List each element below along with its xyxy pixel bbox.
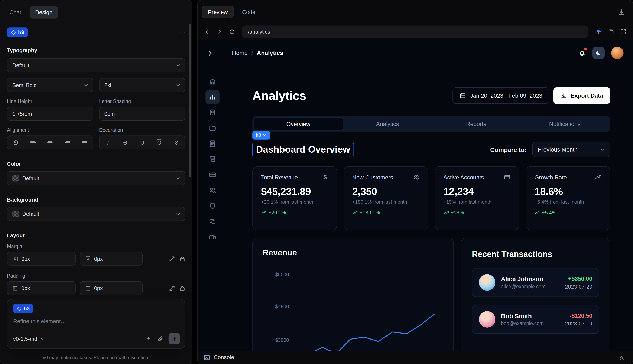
tab-design[interactable]: Design [30,6,58,18]
font-size-select[interactable]: 2xl [99,78,185,92]
align-right-button[interactable] [59,136,76,149]
font-size-value: 2xl [104,82,111,88]
user-avatar[interactable] [611,47,624,59]
stat-value: 12,234 [443,186,511,198]
italic-button[interactable]: I [100,136,117,149]
revenue-line-path [308,314,434,350]
disclaimer-text: v0 may make mistakes. Please use with di… [1,355,192,360]
margin-expand-button[interactable] [169,256,175,262]
line-height-input[interactable]: 1.75rem [7,107,93,121]
panel-scrollbar[interactable] [189,24,191,177]
selection-chip[interactable]: h3 [252,131,270,139]
sidebar-item-users[interactable] [205,184,220,198]
export-data-button[interactable]: Export Data [553,88,610,104]
revenue-card: Revenue $6000 $4500 $3000 [252,238,454,350]
url-text: /analytics [248,28,270,35]
strikethrough-button[interactable]: S [117,136,134,149]
decoration-group: I S U O Ø [99,136,185,150]
compare-select[interactable]: Previous Month [532,142,610,157]
console-bar[interactable]: Console [198,350,632,364]
tab-notifications[interactable]: Notifications [520,118,609,131]
tab-chat[interactable]: Chat [7,6,24,18]
sidebar-item-invoices[interactable] [205,152,220,166]
url-bar[interactable]: /analytics [242,26,588,38]
diamond-icon [11,30,16,35]
font-weight-select[interactable]: Semi Bold [7,78,93,92]
align-center-button[interactable] [42,136,59,149]
breadcrumb-home[interactable]: Home [232,50,248,56]
tab-reports[interactable]: Reports [432,118,520,131]
padding-x-input[interactable]: 0px [7,281,76,295]
forward-button[interactable] [214,26,225,37]
sidebar-toggle-button[interactable] [207,50,214,56]
attach-file-button[interactable] [157,336,164,342]
date-range-value: Jan 20, 2023 - Feb 09, 2023 [470,92,542,99]
send-button[interactable] [169,333,180,344]
background-select[interactable]: Default [7,207,185,221]
sidebar-item-home[interactable] [205,74,220,88]
prompt-card: h3 Refine this element… v0-1.5-md [7,299,185,349]
dashboard-overview-heading[interactable]: Dashboard Overview [252,142,354,156]
selected-element-chip[interactable]: h3 [7,28,28,37]
padding-expand-button[interactable] [169,285,175,291]
padding-y-input[interactable]: 0px [80,281,143,295]
color-select[interactable]: Default [7,171,185,185]
align-left-button[interactable] [25,136,42,149]
theme-toggle-button[interactable] [592,47,605,59]
model-select[interactable]: v0-1.5-md [13,336,45,342]
margin-lock-button[interactable] [179,256,185,262]
tab-code[interactable]: Code [242,9,255,15]
sidebar-item-security[interactable] [205,199,220,213]
transactions-list: Alice Johnson alice@example.com +$350.00… [472,268,599,334]
sidebar-item-messages[interactable] [205,215,220,229]
notifications-button[interactable] [578,49,586,56]
margin-x-input[interactable]: 0px [7,252,76,266]
more-options-button[interactable] [179,28,185,36]
undo-button[interactable] [8,136,25,149]
margin-y-input[interactable]: 0px [80,252,143,266]
download-button[interactable] [616,6,627,17]
fullscreen-button[interactable] [618,26,628,37]
copy-frame-button[interactable] [605,26,616,37]
prompt-input[interactable]: Refine this element… [13,318,179,324]
align-justify-button[interactable] [76,136,93,149]
chevron-right-icon [216,28,223,35]
sidebar-item-analytics[interactable] [205,90,220,104]
expand-console-button[interactable] [616,352,627,363]
sidebar-item-notes[interactable] [205,137,220,151]
console-label: Console [214,354,234,360]
prompt-chip-label: h3 [24,306,30,312]
chevron-down-icon [175,82,181,88]
clear-format-button[interactable]: Ø [168,136,185,149]
sidebar-item-video[interactable] [205,230,220,244]
enhance-prompt-button[interactable] [146,336,152,342]
transaction-row[interactable]: Alice Johnson alice@example.com +$350.00… [472,268,599,297]
chevron-down-icon [175,176,181,181]
tab-overview[interactable]: Overview [254,118,343,131]
underline-button[interactable]: U [134,136,151,149]
overline-button[interactable]: O [151,136,168,149]
copy-icon [608,28,614,35]
moon-icon [595,50,602,56]
background-swatch-icon [12,210,19,217]
inspect-pointer-button[interactable] [593,26,604,37]
refresh-icon [229,28,235,35]
letter-spacing-input[interactable]: 0em [99,107,185,121]
sidebar-item-organization[interactable] [205,106,220,120]
tab-analytics[interactable]: Analytics [343,118,432,131]
chevron-down-icon [40,336,45,341]
background-value: Default [22,211,39,217]
sidebar-item-payments[interactable] [205,168,220,182]
date-range-button[interactable]: Jan 20, 2023 - Feb 09, 2023 [452,88,549,104]
sidebar-item-projects[interactable] [205,121,220,135]
transaction-email: alice@example.com [501,284,546,290]
transaction-row[interactable]: Bob Smith bob@example.com -$120.50 2023-… [472,305,599,334]
chevron-left-icon [204,28,210,35]
prompt-element-chip[interactable]: h3 [13,304,34,313]
color-swatch-icon [12,175,19,182]
font-family-select[interactable]: Default [7,58,185,72]
tab-preview[interactable]: Preview [202,6,234,18]
refresh-button[interactable] [227,26,237,37]
padding-lock-button[interactable] [179,285,185,291]
back-button[interactable] [202,26,213,37]
